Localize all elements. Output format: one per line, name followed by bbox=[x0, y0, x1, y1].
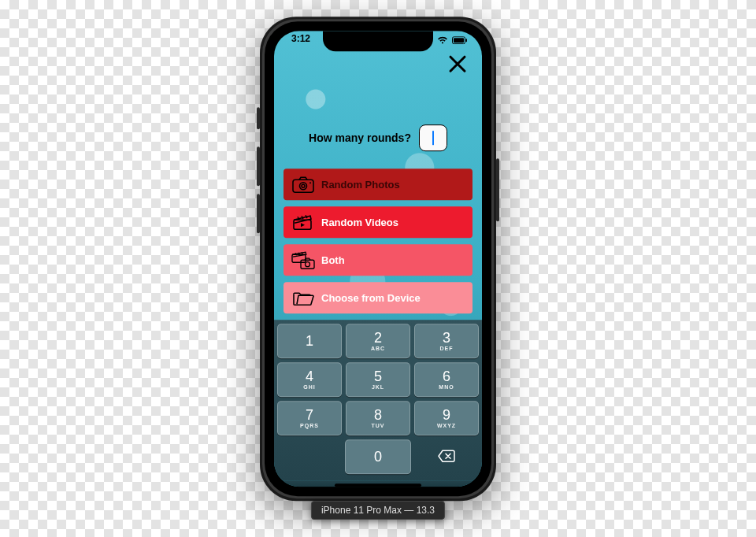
key-9[interactable]: 9WXYZ bbox=[414, 401, 479, 435]
option-label: Random Videos bbox=[321, 217, 398, 228]
status-bar: 3:12 bbox=[274, 31, 482, 46]
folder-icon bbox=[291, 287, 315, 309]
choose-from-device-button[interactable]: Choose from Device bbox=[284, 282, 472, 313]
key-0[interactable]: 0 bbox=[345, 439, 410, 474]
power-button bbox=[496, 158, 499, 221]
random-photos-button[interactable]: Random Photos bbox=[284, 169, 472, 200]
option-label: Random Photos bbox=[321, 179, 400, 191]
device-frame: 3:12 How many rounds? bbox=[260, 17, 496, 501]
svg-point-4 bbox=[300, 183, 307, 190]
rounds-label: How many rounds? bbox=[309, 131, 411, 144]
svg-point-5 bbox=[302, 184, 305, 187]
home-indicator[interactable] bbox=[274, 480, 482, 487]
camera-icon bbox=[291, 173, 315, 195]
key-4[interactable]: 4GHI bbox=[277, 362, 342, 397]
key-2[interactable]: 2ABC bbox=[346, 324, 410, 358]
key-3[interactable]: 3DEF bbox=[414, 324, 479, 358]
key-6[interactable]: 6MNO bbox=[414, 362, 479, 397]
battery-icon bbox=[452, 36, 468, 44]
clapper-icon bbox=[291, 211, 315, 233]
key-1[interactable]: 1 bbox=[277, 324, 342, 358]
device-caption: iPhone 11 Pro Max — 13.3 bbox=[311, 501, 445, 520]
mute-switch bbox=[257, 107, 260, 129]
svg-rect-1 bbox=[454, 38, 464, 43]
random-videos-button[interactable]: Random Videos bbox=[284, 206, 472, 238]
key-5[interactable]: 5JKL bbox=[346, 362, 410, 397]
svg-rect-9 bbox=[301, 260, 314, 268]
close-button[interactable] bbox=[444, 50, 471, 77]
svg-rect-3 bbox=[293, 180, 313, 192]
camera-clapper-icon bbox=[291, 249, 315, 271]
volume-down bbox=[257, 194, 260, 233]
key-7[interactable]: 7PQRS bbox=[277, 401, 342, 435]
key-blank bbox=[277, 439, 341, 472]
key-8[interactable]: 8TUV bbox=[346, 401, 410, 435]
key-backspace[interactable] bbox=[415, 439, 479, 472]
svg-rect-2 bbox=[466, 39, 468, 42]
option-label: Choose from Device bbox=[321, 292, 421, 304]
svg-point-6 bbox=[309, 182, 311, 183]
text-cursor bbox=[432, 131, 434, 145]
wifi-icon bbox=[437, 36, 448, 44]
rounds-input[interactable] bbox=[419, 124, 447, 151]
close-icon bbox=[447, 54, 468, 74]
screen: 3:12 How many rounds? bbox=[274, 31, 482, 487]
volume-up bbox=[257, 146, 260, 186]
backspace-icon bbox=[437, 449, 456, 463]
option-label: Both bbox=[321, 254, 345, 266]
numeric-keypad: 1 2ABC 3DEF 4GHI 5JKL 6MNO 7PQRS 8TUV 9W… bbox=[274, 320, 482, 480]
both-button[interactable]: Both bbox=[284, 244, 472, 276]
status-time: 3:12 bbox=[291, 33, 310, 44]
svg-point-10 bbox=[306, 262, 310, 267]
